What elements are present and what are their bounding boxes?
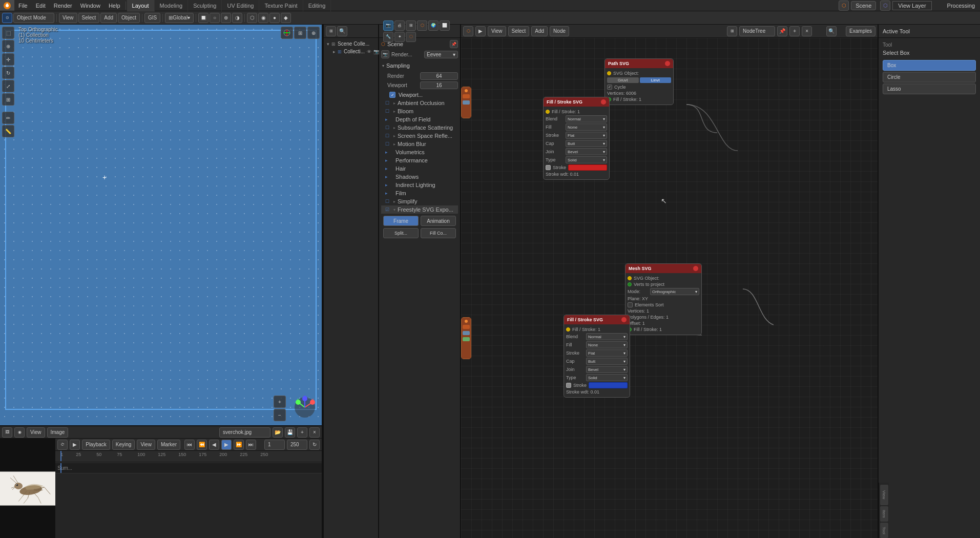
timeline-mode-btn[interactable]: ▶ (70, 440, 80, 450)
mesh-mode-dropdown[interactable]: Orthographic▾ (650, 288, 699, 295)
output-props-icon[interactable]: 🖨 (394, 20, 405, 31)
mode-lasso-btn[interactable]: Lasso (883, 84, 976, 94)
fill-btn[interactable]: Fill Co... (421, 228, 456, 238)
world-props-icon[interactable]: 🌍 (428, 20, 439, 31)
load-image-btn[interactable]: 📂 (273, 427, 283, 438)
keying-btn[interactable]: Keying (112, 440, 135, 450)
zoom-in-btn[interactable]: + (274, 396, 286, 408)
mode-box-btn[interactable]: Box (883, 60, 976, 71)
split-btn[interactable]: Split... (383, 228, 419, 238)
socket-out-2[interactable] (546, 110, 550, 114)
tab-texture-paint[interactable]: Texture Paint (259, 0, 303, 11)
scene-options-btn[interactable]: 📌 (450, 40, 458, 48)
image-image-btn[interactable]: Image (47, 427, 69, 438)
scale-tool[interactable]: ⤢ (2, 80, 14, 92)
stroke-color-dot-2[interactable] (566, 383, 571, 388)
node-new-btn[interactable]: + (789, 26, 800, 36)
animation-btn[interactable]: Animation (421, 216, 456, 226)
section-freestyle-svg[interactable]: ☑ ▾ Freestyle SVG Expo... (381, 205, 458, 214)
render-samples-input[interactable]: 64 (420, 72, 458, 80)
mode-circle-btn[interactable]: Circle (883, 72, 976, 82)
node-node-btn[interactable]: Node (550, 26, 569, 36)
view-layer-input[interactable]: View Layer (892, 1, 931, 10)
menu-edit[interactable]: Edit (32, 0, 50, 11)
gis-btn[interactable]: GIS (144, 13, 160, 23)
collection-row[interactable]: ▸ ⊞ Collecti... 👁 📷 (332, 48, 376, 55)
socket-verts[interactable] (628, 282, 632, 286)
viewport-shading-4[interactable]: ◆ (281, 13, 291, 23)
viewport-shading-2[interactable]: ◉ (258, 13, 268, 23)
section-depth-of-field[interactable]: ▸ Depth of Field (381, 115, 458, 123)
image-view-btn[interactable]: View (27, 427, 45, 438)
menu-help[interactable]: Help (105, 0, 124, 11)
step-back-btn[interactable]: ⏪ (197, 440, 207, 450)
zoom-out-btn[interactable]: − (274, 409, 286, 421)
cursor-tool[interactable]: ⊕ (2, 40, 14, 52)
end-frame[interactable]: 250 (287, 440, 307, 450)
play-reverse-btn[interactable]: ◀ (209, 440, 219, 450)
node-close-btn[interactable]: × (802, 26, 812, 36)
skip-end-btn[interactable]: ⏭ (246, 440, 256, 450)
viewport-shading-3[interactable]: ● (269, 13, 280, 23)
node-editor[interactable]: ⬡ ▶ View Select Add Node ⊞ NodeTree 📌 + … (461, 25, 878, 538)
object-menu-btn[interactable]: Object (118, 13, 140, 23)
node-close-dot-2[interactable] (601, 99, 606, 105)
fill-dropdown-2[interactable]: None▾ (586, 341, 628, 348)
scene-collection-header[interactable]: ▾ ⊞ Scene Colle... (326, 40, 376, 48)
type-dropdown[interactable]: Solid▾ (566, 156, 607, 163)
step-forward-btn[interactable]: ⏩ (234, 440, 244, 450)
node-close-dot-4[interactable] (621, 317, 627, 322)
blender-logo[interactable] (0, 0, 14, 11)
scene-name[interactable]: Scene (851, 1, 876, 10)
section-indirect-lighting[interactable]: ▸ Indirect Lighting (381, 181, 458, 189)
render-engine-dropdown[interactable]: Eevee▾ (424, 51, 458, 58)
section-subsurface-scattering[interactable]: ☐ ▸ Subsurface Scattering (381, 123, 458, 132)
section-film[interactable]: ▸ Film (381, 189, 458, 197)
object-props-icon[interactable]: ⬜ (440, 20, 450, 31)
tab-uv-editing[interactable]: UV Editing (222, 0, 259, 11)
gizmo-btn[interactable] (281, 27, 293, 39)
section-screen-space-reflections[interactable]: ☐ ▸ Screen Space Refle... (381, 132, 458, 140)
viewport-denoising-checkbox[interactable]: ✓ (389, 92, 395, 98)
tab-editing[interactable]: Editing (303, 0, 331, 11)
node-orange-2[interactable] (461, 317, 471, 359)
elements-sort-check[interactable] (628, 302, 633, 307)
select-menu-btn[interactable]: Select (78, 13, 100, 23)
grid-overlay-btn[interactable]: ⊞ (294, 27, 306, 39)
socket-out-3[interactable] (628, 276, 632, 280)
viewport-shading-1[interactable]: ⬡ (247, 13, 257, 23)
stroke-color-swatch-2[interactable] (589, 382, 628, 388)
viewport-overlay-settings[interactable]: ⊕ (307, 27, 320, 39)
menu-render[interactable]: Render (50, 0, 76, 11)
socket-out-4[interactable] (566, 327, 570, 332)
node-close-dot[interactable] (665, 61, 670, 66)
gruvt-tab[interactable]: Gruvt (607, 77, 639, 83)
tab-layout[interactable]: Layout (127, 0, 155, 11)
node-fill-stroke-1[interactable]: Fill / Stroke SVG Fill / Stroke: 1 Blend… (543, 97, 610, 180)
cap-dropdown[interactable]: Butt▾ (566, 140, 607, 147)
play-btn[interactable]: ▶ (221, 440, 232, 450)
cycle-checkbox[interactable]: ✓ (607, 85, 612, 90)
tab-modeling[interactable]: Modeling (155, 0, 189, 11)
loop-btn[interactable]: ↻ (309, 440, 320, 450)
node-pin-btn[interactable]: 📌 (777, 26, 787, 36)
move-tool[interactable]: ✛ (2, 53, 14, 66)
frame-btn[interactable]: Frame (383, 216, 419, 226)
node-add-btn[interactable]: Add (531, 26, 548, 36)
render-props-icon[interactable]: 📷 (383, 20, 393, 31)
menu-window[interactable]: Window (76, 0, 105, 11)
menu-file[interactable]: File (14, 0, 32, 11)
axis-gizmo[interactable]: X Y Z (292, 395, 318, 421)
select-box-tool[interactable]: ⬚ (2, 27, 14, 39)
fill-dropdown[interactable]: None▾ (566, 123, 607, 131)
strip-item-btn[interactable]: Item (880, 506, 888, 522)
stroke-dropdown[interactable]: Flat▾ (566, 132, 607, 139)
socket-out[interactable] (607, 71, 611, 75)
marker-btn[interactable]: Marker (157, 440, 180, 450)
section-shadows[interactable]: ▸ Shadows (381, 173, 458, 181)
3d-viewport[interactable]: ⬚ ⊕ ✛ ↻ ⤢ ⊞ ✏ 📏 Top Orthographic (1) Col… (0, 25, 322, 425)
blend-dropdown-2[interactable]: Normal▾ (586, 333, 628, 340)
section-volumetrics[interactable]: ▸ Volumetrics (381, 148, 458, 156)
close-image-btn[interactable]: × (309, 427, 320, 438)
view-menu-btn[interactable]: View (59, 13, 77, 23)
